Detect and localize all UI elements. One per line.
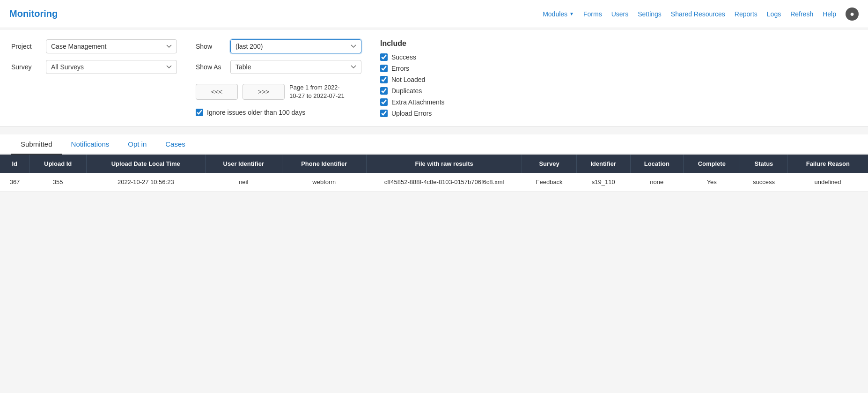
show-as-select[interactable]: Table [230,60,361,74]
cell-location: none [630,173,684,192]
tab-submitted[interactable]: Submitted [11,134,62,155]
col-file-raw: File with raw results [366,155,522,173]
nav-logs[interactable]: Logs [767,10,781,18]
include-not-loaded: Not Loaded [380,76,445,83]
col-complete: Complete [684,155,740,173]
include-errors: Errors [380,65,445,72]
page-info: Page 1 from 2022-10-27 to 2022-07-21 [289,83,345,100]
col-upload-id: Upload Id [29,155,86,173]
user-avatar[interactable]: ● [846,7,859,21]
include-not-loaded-label: Not Loaded [391,76,425,83]
include-success: Success [380,53,445,61]
include-extra-attachments-checkbox[interactable] [380,98,388,106]
cell-status: success [740,173,787,192]
tab-cases[interactable]: Cases [156,134,195,155]
tab-notifications[interactable]: Notifications [62,134,119,155]
table-row: 367 355 2022-10-27 10:56:23 neil webform… [0,173,868,192]
include-extra-attachments-label: Extra Attachments [391,98,445,106]
include-duplicates-label: Duplicates [391,87,422,95]
cell-survey: Feedback [522,173,577,192]
survey-row: Survey All Surveys [11,60,177,74]
include-not-loaded-checkbox[interactable] [380,76,388,83]
show-label: Show [196,43,224,50]
include-extra-attachments: Extra Attachments [380,98,445,106]
project-survey-col: Project Case Management Survey All Surve… [11,39,177,74]
nav-settings[interactable]: Settings [638,10,662,18]
tabs-bar: Submitted Notifications Opt in Cases [0,134,868,155]
cell-file-raw: cff45852-888f-4c8e-8103-0157b706f6c8.xml [366,173,522,192]
nav-reports[interactable]: Reports [735,10,758,18]
include-col: Include Success Errors Not Loaded Duplic… [380,39,445,117]
show-as-row: Show As Table [196,60,361,74]
include-upload-errors-checkbox[interactable] [380,110,388,117]
survey-select[interactable]: All Surveys [46,60,177,74]
top-navigation: Monitoring Modules ▼ Forms Users Setting… [0,0,868,28]
show-as-label: Show As [196,63,224,71]
nav-help[interactable]: Help [823,10,836,18]
results-table-wrapper: Id Upload Id Upload Date Local Time User… [0,155,868,192]
include-success-label: Success [391,53,416,61]
ignore-label: Ignore issues older than 100 days [207,109,305,116]
next-page-button[interactable]: >>> [243,84,285,100]
cell-complete: Yes [684,173,740,192]
include-upload-errors-label: Upload Errors [391,110,432,117]
chevron-down-icon: ▼ [569,11,574,16]
show-row: Show (last 200) [196,39,361,53]
brand-logo[interactable]: Monitoring [9,8,58,19]
include-success-checkbox[interactable] [380,53,388,61]
include-duplicates: Duplicates [380,87,445,95]
col-survey: Survey [522,155,577,173]
cell-upload-id: 355 [29,173,86,192]
filter-grid: Project Case Management Survey All Surve… [11,39,857,117]
show-col: Show (last 200) Show As Table <<< >>> Pa… [196,39,361,116]
nav-modules[interactable]: Modules ▼ [543,10,574,18]
include-upload-errors: Upload Errors [380,110,445,117]
filter-panel: Project Case Management Survey All Surve… [0,30,868,127]
nav-forms[interactable]: Forms [583,10,602,18]
cell-upload-date: 2022-10-27 10:56:23 [86,173,205,192]
include-errors-label: Errors [391,65,409,72]
include-title: Include [380,39,445,48]
include-duplicates-checkbox[interactable] [380,87,388,95]
project-select[interactable]: Case Management [46,39,177,53]
nav-shared-resources[interactable]: Shared Resources [671,10,725,18]
project-label: Project [11,43,39,50]
results-table: Id Upload Id Upload Date Local Time User… [0,155,868,192]
col-identifier: Identifier [576,155,630,173]
cell-user-identifier: neil [205,173,282,192]
prev-page-button[interactable]: <<< [196,84,238,100]
nav-users[interactable]: Users [611,10,629,18]
nav-links: Modules ▼ Forms Users Settings Shared Re… [543,7,859,21]
col-failure-reason: Failure Reason [787,155,868,173]
col-id: Id [0,155,29,173]
cell-phone-identifier: webform [282,173,366,192]
show-select[interactable]: (last 200) [230,39,361,53]
ignore-checkbox[interactable] [196,109,203,116]
project-row: Project Case Management [11,39,177,53]
tab-opt-in[interactable]: Opt in [118,134,156,155]
table-header-row: Id Upload Id Upload Date Local Time User… [0,155,868,173]
col-status: Status [740,155,787,173]
col-phone-identifier: Phone Identifier [282,155,366,173]
cell-id: 367 [0,173,29,192]
col-location: Location [630,155,684,173]
col-user-identifier: User Identifier [205,155,282,173]
include-errors-checkbox[interactable] [380,65,388,72]
col-upload-date: Upload Date Local Time [86,155,205,173]
nav-refresh[interactable]: Refresh [790,10,813,18]
pagination-row: <<< >>> Page 1 from 2022-10-27 to 2022-0… [196,83,361,100]
ignore-row: Ignore issues older than 100 days [196,109,361,116]
cell-failure-reason: undefined [787,173,868,192]
cell-identifier: s19_110 [576,173,630,192]
survey-label: Survey [11,63,39,71]
